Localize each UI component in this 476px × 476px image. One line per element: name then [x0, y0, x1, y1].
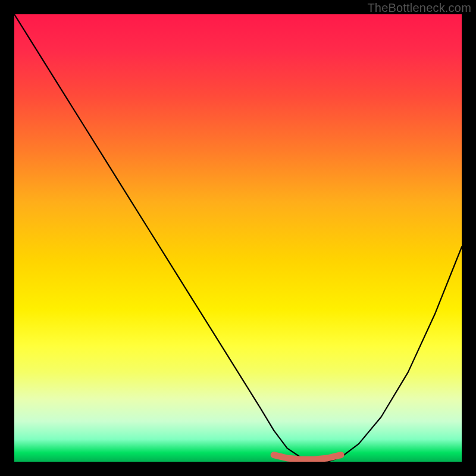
chart-container: TheBottleneck.com: [0, 0, 476, 476]
bottleneck-curve: [14, 14, 462, 462]
flat-bottom-marker: [274, 455, 341, 460]
chart-svg: [14, 14, 462, 462]
watermark-text: TheBottleneck.com: [367, 1, 471, 15]
